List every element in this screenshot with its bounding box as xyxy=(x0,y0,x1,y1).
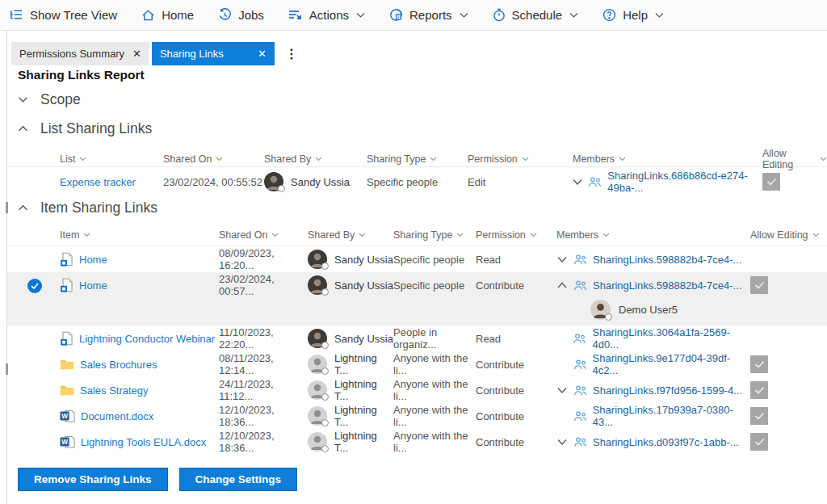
item-column-header-allow-editing[interactable]: Allow Editing xyxy=(750,229,827,241)
members-expand-chevron-icon[interactable] xyxy=(556,439,568,446)
member-subrow[interactable]: Demo User5 xyxy=(590,298,827,321)
item-row[interactable]: WLightning Tools EULA.docx12/10/2023, 18… xyxy=(7,429,827,455)
section-list-sharing-links[interactable]: List Sharing Links xyxy=(18,120,152,137)
list-column-header-shared-on[interactable]: Shared On xyxy=(163,153,264,165)
close-tab-icon[interactable]: ✕ xyxy=(132,48,141,59)
toolbar-item-show-tree-view[interactable]: Show Tree View xyxy=(10,8,117,22)
item-row[interactable]: WDocument.docx12/10/2023, 18:36...Lightn… xyxy=(7,403,827,429)
members-expand-chevron-icon[interactable] xyxy=(556,256,568,263)
toolbar-item-home[interactable]: Home xyxy=(141,8,194,22)
tab-permissions-summary[interactable]: Permissions Summary ✕ xyxy=(11,42,149,65)
sort-chevron-icon xyxy=(83,233,90,237)
item-sharing-links-table: ItemShared OnShared BySharing TypePermis… xyxy=(7,227,827,455)
tab-overflow-menu-icon[interactable]: ⋮ xyxy=(285,46,298,61)
toolbar-item-actions[interactable]: Actions xyxy=(288,8,365,22)
item-column-header-permission[interactable]: Permission xyxy=(476,229,556,241)
item-row-link[interactable]: Lightning Conductor Webinar xyxy=(79,333,215,345)
permission-cell: Read xyxy=(476,333,556,345)
page-icon xyxy=(60,252,73,267)
section-scope[interactable]: Scope xyxy=(18,91,81,108)
members-link[interactable]: SharingLinks.f97fd956-1599-4... xyxy=(593,384,742,397)
page-icon xyxy=(60,278,73,292)
list-column-header-sharing-type[interactable]: Sharing Type xyxy=(367,153,468,165)
list-column-header-allow-editing[interactable]: Allow Editing xyxy=(762,148,827,170)
item-column-header-members[interactable]: Members xyxy=(556,229,750,241)
row-selected-check-icon[interactable] xyxy=(27,279,42,296)
item-row-link[interactable]: Home xyxy=(79,279,107,292)
column-header-label: Shared By xyxy=(264,153,311,165)
dropdown-chevron-icon xyxy=(655,12,664,19)
item-row[interactable]: Sales Brochures08/11/2023, 12:14...Light… xyxy=(7,351,827,377)
shared-on-cell: 23/02/2024, 00:57... xyxy=(219,273,308,297)
item-column-header-item[interactable]: Item xyxy=(60,229,219,241)
folder-icon xyxy=(60,359,74,371)
members-expand-chevron-icon[interactable] xyxy=(556,387,568,394)
section-item-sharing-links[interactable]: Item Sharing Links xyxy=(18,200,157,216)
members-link[interactable]: SharingLinks.686b86cd-e274-49ba-... xyxy=(607,170,762,194)
word-icon: W xyxy=(60,435,75,449)
list-row-link[interactable]: Expense tracker xyxy=(60,176,136,188)
item-column-header-sharing-type[interactable]: Sharing Type xyxy=(393,229,476,241)
list-column-header-list[interactable]: List xyxy=(60,153,163,165)
item-row-link[interactable]: Home xyxy=(79,254,107,266)
item-row[interactable]: Sales Strategy24/11/2023, 11:12...Lightn… xyxy=(7,377,827,403)
item-row[interactable]: Lightning Conductor Webinar11/10/2023, 2… xyxy=(7,326,827,351)
list-row[interactable]: Expense tracker23/02/2024, 00:55:52Sandy… xyxy=(7,167,827,196)
chevron-down-icon xyxy=(18,94,28,105)
item-column-header-shared-on[interactable]: Shared On xyxy=(219,229,308,241)
item-row-link[interactable]: Sales Strategy xyxy=(80,384,149,397)
svg-text:W: W xyxy=(61,439,68,446)
members-collapse-chevron-icon[interactable] xyxy=(556,282,568,289)
jobs-icon xyxy=(218,8,232,22)
list-column-header-permission[interactable]: Permission xyxy=(468,153,573,165)
page-title: Sharing Links Report xyxy=(18,68,145,82)
avatar xyxy=(308,329,327,348)
close-tab-icon[interactable]: ✕ xyxy=(258,48,267,59)
shared-by-name: Sandy Ussia xyxy=(291,176,350,188)
toolbar-item-label: Help xyxy=(623,8,648,22)
members-link[interactable]: SharingLinks.598882b4-7ce4-... xyxy=(593,279,741,292)
list-sharing-links-table: ListShared OnShared BySharing TypePermis… xyxy=(7,148,827,196)
members-cell: SharingLinks.598882b4-7ce4-... xyxy=(556,279,750,292)
allow-editing-checkbox[interactable] xyxy=(750,407,768,425)
group-icon xyxy=(573,359,587,371)
remove-sharing-links-button[interactable]: Remove Sharing Links xyxy=(18,468,168,491)
members-cell: SharingLinks.f97fd956-1599-4... xyxy=(556,384,750,397)
item-row-link[interactable]: Lightning Tools EULA.docx xyxy=(81,436,206,448)
members-link[interactable]: SharingLinks.17b939a7-0380-43... xyxy=(593,404,750,428)
item-column-header-shared-by[interactable]: Shared By xyxy=(308,229,393,241)
tab-sharing-links[interactable]: Sharing Links ✕ xyxy=(152,42,275,65)
members-link[interactable]: SharingLinks.3064a1fa-2569-4d0... xyxy=(592,326,750,351)
members-link[interactable]: SharingLinks.598882b4-7ce4-... xyxy=(593,254,741,266)
svg-text:W: W xyxy=(61,413,68,420)
allow-editing-checkbox[interactable] xyxy=(750,433,768,451)
members-expand-chevron-icon[interactable] xyxy=(573,178,582,186)
allow-editing-checkbox[interactable] xyxy=(762,173,780,191)
item-row-link[interactable]: Document.docx xyxy=(81,410,153,422)
sharing-type-cell: Specific people xyxy=(393,279,476,292)
shared-by-name: Lightning T... xyxy=(334,404,393,428)
toolbar-item-jobs[interactable]: Jobs xyxy=(218,8,264,22)
sort-chevron-icon xyxy=(820,157,827,162)
item-row[interactable]: Home23/02/2024, 00:57...Sandy UssiaSpeci… xyxy=(7,272,827,298)
item-row-link[interactable]: Sales Brochures xyxy=(80,359,157,371)
shared-by-cell: Sandy Ussia xyxy=(308,250,393,269)
list-column-header-shared-by[interactable]: Shared By xyxy=(264,153,367,165)
shared-by-cell: Sandy Ussia xyxy=(264,172,367,191)
shared-by-name: Lightning T... xyxy=(334,378,393,402)
group-icon xyxy=(573,384,587,397)
list-column-header-members[interactable]: Members xyxy=(573,153,762,165)
item-row[interactable]: Home08/09/2023, 16:20...Sandy UssiaSpeci… xyxy=(7,246,827,272)
allow-editing-checkbox[interactable] xyxy=(750,355,768,373)
change-settings-button[interactable]: Change Settings xyxy=(179,468,298,491)
members-link[interactable]: SharingLinks.9e177d04-39df-4c2... xyxy=(593,352,750,376)
allow-editing-checkbox[interactable] xyxy=(750,381,768,399)
members-link[interactable]: SharingLinks.d093f97c-1abb-... xyxy=(593,436,739,448)
allow-editing-checkbox[interactable] xyxy=(750,276,768,294)
toolbar-item-schedule[interactable]: Schedule xyxy=(493,8,579,22)
toolbar-item-help[interactable]: Help xyxy=(602,8,664,22)
avatar xyxy=(308,275,327,295)
group-icon xyxy=(573,279,587,292)
toolbar-item-reports[interactable]: Reports xyxy=(389,8,468,22)
shared-by-cell: Sandy Ussia xyxy=(308,329,393,348)
